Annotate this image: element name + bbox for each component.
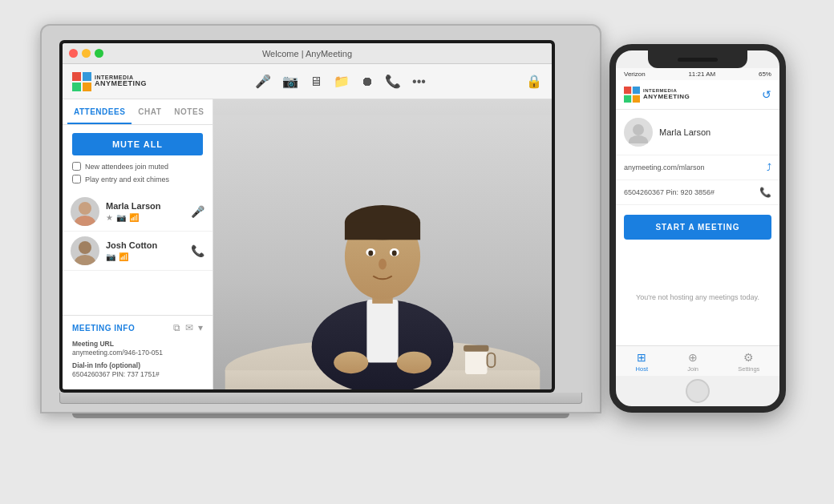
host-nav-label: Host — [636, 365, 648, 373]
checkbox-area: New attendees join muted Play entry and … — [63, 162, 213, 187]
phone-avatar — [624, 118, 653, 147]
phone-screen: INTERMEDIA ANYMEETING ↺ Marla Larson — [616, 80, 779, 376]
svg-rect-16 — [345, 223, 420, 240]
window-title: Welcome | AnyMeeting — [262, 49, 352, 58]
attendee-info-marla: Marla Larson ★ 📷 📶 — [106, 201, 184, 222]
phone-dialin-row: 6504260367 Pin: 920 3856# 📞 — [616, 180, 779, 205]
svg-point-23 — [397, 352, 431, 373]
phone-dialin-text: 6504260367 Pin: 920 3856# — [624, 188, 715, 196]
phone-logo: INTERMEDIA ANYMEETING — [624, 87, 690, 103]
lock-icon[interactable]: 🔒 — [526, 74, 542, 89]
close-button[interactable] — [69, 49, 78, 58]
toolbar: INTERMEDIA ANYMEETING 🎤 📷 🖥 📁 ⏺ 📞 ••• — [63, 64, 552, 99]
screen-share-icon[interactable]: 🖥 — [310, 75, 322, 89]
join-muted-label: New attendees join muted — [85, 163, 168, 171]
attendee-info-josh: Josh Cotton 📷 📶 — [106, 240, 184, 261]
phone-logo-text: INTERMEDIA ANYMEETING — [643, 88, 690, 100]
chimes-checkbox[interactable] — [72, 175, 81, 183]
phone: Verizon 11:21 AM 65% INTERMEDIA ANYMEETI… — [609, 44, 786, 413]
svg-rect-12 — [366, 300, 398, 363]
phone-header: INTERMEDIA ANYMEETING ↺ — [616, 80, 779, 110]
nav-join[interactable]: ⊕ Join — [687, 351, 698, 373]
meeting-info-header: MEETING INFO ⧉ ✉ ▾ — [72, 322, 203, 333]
star-icon: ★ — [106, 213, 113, 222]
logo-area: INTERMEDIA ANYMEETING — [72, 72, 147, 91]
sidebar: ATTENDEES CHAT NOTES MUTE ALL New attend… — [63, 99, 213, 389]
phone-no-meetings: You're not hosting any meetings today. — [616, 249, 779, 345]
nav-host[interactable]: ⊞ Host — [636, 351, 648, 373]
nav-settings[interactable]: ⚙ Settings — [738, 351, 759, 373]
wifi-icon: 📶 — [129, 213, 139, 222]
mic-action-icon[interactable]: 🎤 — [191, 205, 204, 218]
attendee-list: Marla Larson ★ 📷 📶 🎤 — [63, 187, 213, 315]
minimize-button[interactable] — [82, 49, 91, 58]
svg-rect-28 — [633, 87, 640, 94]
svg-point-19 — [368, 251, 373, 256]
settings-nav-icon: ⚙ — [743, 351, 754, 364]
phone-notch — [648, 50, 747, 68]
attendee-icons-marla: ★ 📷 📶 — [106, 213, 184, 222]
logo-icon — [72, 72, 91, 91]
mute-all-button[interactable]: MUTE ALL — [72, 133, 203, 155]
join-nav-icon: ⊕ — [688, 351, 698, 364]
meeting-info-actions: ⧉ ✉ ▾ — [173, 322, 203, 333]
checkbox-join-muted: New attendees join muted — [72, 162, 203, 171]
phone-url-row: anymeeting.com/mlarson ⤴ — [616, 155, 779, 180]
phone-user-section: Marla Larson — [616, 110, 779, 155]
svg-point-20 — [392, 251, 397, 256]
refresh-icon[interactable]: ↺ — [762, 88, 771, 101]
svg-rect-0 — [72, 72, 81, 81]
copy-icon[interactable]: ⧉ — [173, 322, 180, 333]
tab-notes[interactable]: NOTES — [168, 99, 210, 124]
email-icon[interactable]: ✉ — [185, 322, 193, 333]
video-area — [213, 99, 552, 389]
microphone-icon[interactable]: 🎤 — [255, 74, 271, 89]
phone-logo-icon — [624, 87, 640, 103]
folder-icon[interactable]: 📁 — [334, 74, 350, 89]
dropdown-icon[interactable]: ▾ — [198, 322, 203, 333]
laptop-foot — [72, 413, 569, 418]
svg-rect-29 — [624, 95, 631, 103]
dialin-field: Dial-in Info (optional) 6504260367 PIN: … — [72, 361, 203, 378]
phone-icon[interactable]: 📞 — [385, 74, 401, 89]
phone-user-name: Marla Larson — [659, 127, 711, 137]
svg-point-32 — [629, 135, 648, 143]
meeting-info-section: MEETING INFO ⧉ ✉ ▾ Meeting URL anymeetin… — [63, 315, 213, 389]
call-icon[interactable]: 📞 — [759, 187, 771, 198]
more-icon[interactable]: ••• — [412, 75, 426, 89]
phone-body: Verizon 11:21 AM 65% INTERMEDIA ANYMEETI… — [609, 44, 786, 413]
phone-action-icon[interactable]: 📞 — [191, 244, 204, 257]
phone-home-button[interactable] — [686, 379, 710, 403]
join-nav-label: Join — [687, 365, 698, 373]
svg-rect-2 — [72, 83, 81, 91]
svg-rect-25 — [464, 345, 488, 352]
svg-rect-27 — [624, 87, 631, 94]
toolbar-right: 🔒 — [526, 74, 542, 89]
logo-text: INTERMEDIA ANYMEETING — [95, 75, 147, 89]
checkbox-chimes: Play entry and exit chimes — [72, 175, 203, 183]
camera-icon[interactable]: 📷 — [282, 74, 298, 89]
join-muted-checkbox[interactable] — [72, 162, 81, 171]
svg-rect-3 — [83, 83, 91, 91]
meeting-info-title: MEETING INFO — [72, 324, 168, 333]
svg-point-21 — [379, 259, 387, 270]
phone-bottom-nav: ⊞ Host ⊕ Join ⚙ Settings — [616, 345, 779, 376]
phone-status-bar: Verizon 11:21 AM 65% — [616, 68, 779, 80]
avatar-marla — [71, 197, 99, 226]
url-label: Meeting URL — [72, 340, 203, 348]
video-person-svg — [213, 115, 552, 389]
laptop-body: Welcome | AnyMeeting INTERMEDIA AN — [40, 24, 601, 413]
camera-icon-small: 📷 — [116, 213, 126, 222]
attendee-name-marla: Marla Larson — [106, 201, 184, 211]
toolbar-icons: 🎤 📷 🖥 📁 ⏺ 📞 ••• — [168, 74, 513, 89]
share-icon[interactable]: ⤴ — [767, 162, 771, 173]
maximize-button[interactable] — [95, 49, 103, 58]
record-icon[interactable]: ⏺ — [361, 75, 374, 89]
start-meeting-button[interactable]: START A MEETING — [624, 215, 771, 240]
avatar-josh — [71, 236, 99, 265]
url-value: anymeeting.com/946-170-051 — [72, 349, 203, 357]
tab-chat[interactable]: CHAT — [132, 99, 168, 124]
tab-attendees[interactable]: ATTENDEES — [67, 99, 132, 124]
svg-point-31 — [633, 124, 644, 135]
svg-rect-30 — [633, 95, 640, 103]
